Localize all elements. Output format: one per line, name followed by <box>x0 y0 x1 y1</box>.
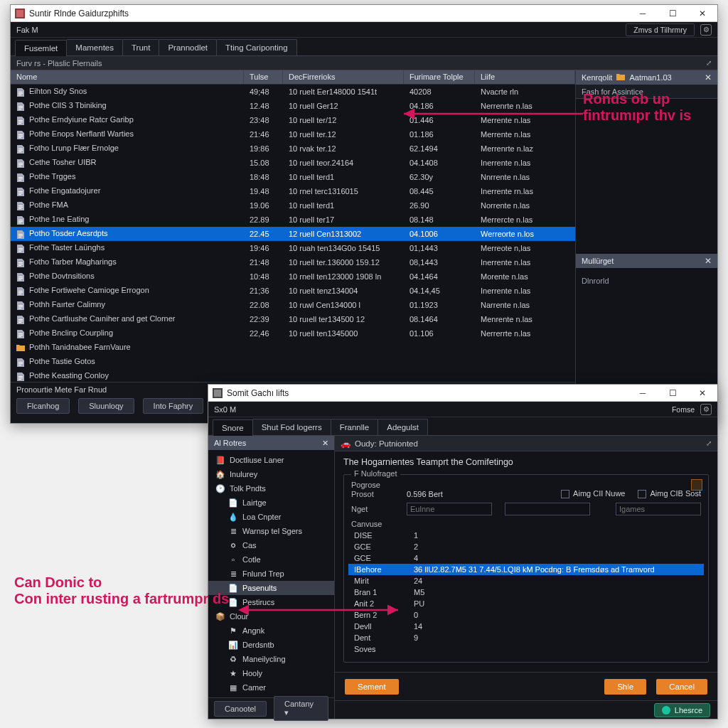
tab-trunt[interactable]: Trunt <box>122 39 159 55</box>
table-row[interactable]: Pothe FMA19.0610 ruell terd126.90Norrent… <box>11 198 575 213</box>
table-row[interactable]: Pothh Tanidnabee FarnVaure <box>11 341 575 355</box>
close-button[interactable]: ✕ <box>687 5 717 22</box>
tree-footer-button[interactable]: Cantany ▾ <box>274 696 328 721</box>
kv-row[interactable]: Bern 20 <box>351 609 701 621</box>
table-row[interactable]: Pothe Dovtnsitions10:4810 rnell ten12300… <box>11 269 575 284</box>
group-action-icon[interactable] <box>691 479 702 491</box>
col-far[interactable]: Furimare Tolple <box>404 70 475 84</box>
kv-row[interactable]: Dent9 <box>351 632 701 643</box>
tree-item[interactable]: ≣Fnlund Trep <box>208 567 334 581</box>
minimize-button[interactable]: ─ <box>628 5 658 22</box>
tab-snore[interactable]: Snore <box>213 419 253 436</box>
table-row[interactable]: Pothe Trgges18:4810 ruell terd162.30yNnr… <box>11 170 575 184</box>
tab-prannodlet[interactable]: Prannodlet <box>159 39 217 55</box>
window2-menubar: Sx0 M Fomse ⚙ <box>208 402 717 417</box>
tab-adegulst[interactable]: Adegulst <box>378 419 428 435</box>
close-icon[interactable]: ✕ <box>705 256 712 266</box>
minimize-button[interactable]: ─ <box>628 385 658 402</box>
table-row[interactable]: Pothe Bnclinp Courpling22,4610 ruell ten… <box>11 326 575 341</box>
menu-right-label[interactable]: Zmvs d Tilhrmry <box>626 23 695 36</box>
tree-item[interactable]: 🏠Inulurey <box>208 467 334 481</box>
gear-icon[interactable]: ⚙ <box>700 404 712 415</box>
sement-button[interactable]: Sement <box>345 679 399 695</box>
tree-item[interactable]: ⭘Cas <box>208 538 334 552</box>
kv-row[interactable]: IBehore36 llU2.82.7M5 31 7.44/5.LQI8 kM … <box>348 564 704 575</box>
menu-item[interactable]: Sx0 M <box>214 405 236 414</box>
maximize-button[interactable]: ☐ <box>658 385 687 402</box>
maximize-button[interactable]: ☐ <box>658 5 687 22</box>
footer-button[interactable]: Flcanhog <box>16 398 70 414</box>
kv-row[interactable]: Bran 1M5 <box>351 587 701 598</box>
tree-view[interactable]: 📕Doctliuse Laner🏠Inulurey🕑Tolk Pndts📄Lai… <box>208 450 334 697</box>
table-row[interactable]: Cethe Tosher UIBR15.0810 ruell teor.2416… <box>11 156 575 170</box>
cancel-button[interactable]: Cancel <box>656 679 707 695</box>
checkbox-1[interactable]: Aimg CII Nuwe <box>561 489 625 498</box>
tree-item[interactable]: ▦Camer <box>208 680 334 695</box>
table-row[interactable]: Pothe Enops Nerflantl Warties21:4610 rue… <box>11 127 575 141</box>
tree-item[interactable]: ★Hooly <box>208 666 334 680</box>
tab-tting cariponting[interactable]: Tting Cariponting <box>216 39 297 55</box>
table-row[interactable]: Fothe Engatadojurer19.4810 rnel terc1316… <box>11 184 575 198</box>
tab-fusemlet[interactable]: Fusemlet <box>15 40 67 56</box>
kv-row[interactable]: Devll14 <box>351 621 701 632</box>
kv-row[interactable]: DISE1 <box>351 530 701 541</box>
kv-row[interactable]: Soves <box>351 643 701 655</box>
save-button[interactable]: Shle <box>604 679 646 695</box>
table-row[interactable]: Pothe 1ne Eating22.8910 ruell ter1708.14… <box>11 213 575 227</box>
table-row[interactable]: Fotho Lrunp Flær Ernolge19:8610 rvak ter… <box>11 141 575 156</box>
tree-item[interactable]: 📄Pestirucs <box>208 595 334 609</box>
tab-shut-fod-logerrs[interactable]: Shut Fod logerrs <box>252 419 331 435</box>
expand-icon[interactable]: ⤢ <box>706 59 712 67</box>
gear-icon[interactable]: ⚙ <box>700 24 712 36</box>
eulnne-input[interactable] <box>505 503 590 515</box>
table-row[interactable]: Eihton Sdy Snos49;4810 ruelt Eer148000 1… <box>11 85 575 99</box>
tree-item[interactable]: 📕Doctliuse Laner <box>208 453 334 467</box>
table-row[interactable]: Pothe Keasting Conloy <box>11 369 575 382</box>
status-chip[interactable]: Lhesrce <box>654 703 710 717</box>
tree-item[interactable]: 💧Loa Cnpter <box>208 510 334 524</box>
tree-item[interactable]: 🕑Tolk Pndts <box>208 481 334 496</box>
tree-item[interactable]: ⚑Angnk <box>208 623 334 638</box>
table-row[interactable]: Potho Tosder Aesrdpts22.4512 ruell Cen13… <box>11 227 575 241</box>
tree-item[interactable]: ♻Maneilycling <box>208 652 334 666</box>
col-lif[interactable]: Liife <box>475 70 575 84</box>
table-row[interactable]: Pothh Faırter Calimny22.0810 ruwl Cen134… <box>11 298 575 312</box>
table-row[interactable]: Pothe Tastie Gotos <box>11 355 575 369</box>
menu-item[interactable]: Fak M <box>16 26 38 34</box>
kv-row[interactable]: Mirit24 <box>351 575 701 587</box>
table-body[interactable]: Eihton Sdy Snos49;4810 ruelt Eer148000 1… <box>11 85 575 382</box>
tab-frannlle[interactable]: Frannlle <box>331 419 379 435</box>
close-button[interactable]: ✕ <box>687 385 717 402</box>
table-row[interactable]: Pothe ClIS 3 Tbiniking12.4810 ruell Ger1… <box>11 99 575 113</box>
table-row[interactable]: Fothe Fortiwehe Camioge Errogon21;3610 r… <box>11 284 575 298</box>
table-row[interactable]: Pothe Cartlıushe Caıniher and get Clorne… <box>11 312 575 326</box>
table-row[interactable]: Fothe Taster Laünghs19:4610 ruah ten134G… <box>11 241 575 255</box>
tree-item[interactable]: ≣Warnsp tel Sgers <box>208 524 334 538</box>
kv-row[interactable]: GCE4 <box>351 552 701 564</box>
menu-right-label[interactable]: Fomse <box>672 405 695 414</box>
tree-footer-button[interactable]: Canootel <box>214 701 267 717</box>
svg-rect-1 <box>16 10 23 17</box>
file-icon <box>16 344 26 353</box>
kv-row[interactable]: GCE2 <box>351 541 701 552</box>
tree-item[interactable]: 📊Derdsntb <box>208 638 334 652</box>
table-row[interactable]: Fotho Tarber Magharings21:4810 ruell ter… <box>11 255 575 269</box>
expand-icon[interactable]: ⤢ <box>706 439 712 447</box>
col-tube[interactable]: Tulse <box>244 70 283 84</box>
close-icon[interactable]: ✕ <box>322 439 328 448</box>
close-icon[interactable]: ✕ <box>705 73 712 82</box>
tree-item[interactable]: ▫Cotle <box>208 552 334 567</box>
tree-item[interactable]: 📄Lairtge <box>208 496 334 510</box>
footer-button[interactable]: Into Faphry <box>143 398 204 414</box>
tab-mamentes[interactable]: Mamentes <box>66 39 123 55</box>
col-name[interactable]: Nome <box>11 70 244 84</box>
col-def[interactable]: DecFirrerioks <box>283 70 404 84</box>
footer-button[interactable]: Sluunloqy <box>78 398 134 414</box>
table-row[interactable]: Pothe Erndyiune Ratcr Garibp23:4810 ruel… <box>11 113 575 127</box>
tree-item[interactable]: 📄Pasenults <box>208 581 334 595</box>
kv-row[interactable]: Anit 2PU <box>351 598 701 609</box>
nget-input[interactable] <box>407 503 492 515</box>
igames-input[interactable] <box>616 503 701 515</box>
settings-group: F Nulofraget Pogrose Prosot 0.596 Bert A… <box>343 474 709 663</box>
tree-item[interactable]: 📦Clour <box>208 609 334 623</box>
